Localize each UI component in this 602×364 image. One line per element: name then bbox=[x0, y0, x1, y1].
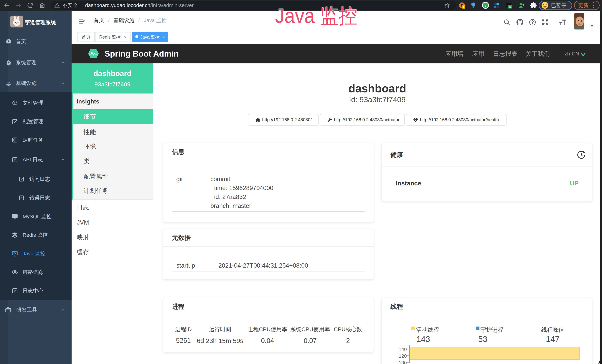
svg-text:y: y bbox=[484, 3, 486, 7]
svg-text:on: on bbox=[509, 6, 511, 8]
svg-text:1: 1 bbox=[463, 5, 464, 8]
